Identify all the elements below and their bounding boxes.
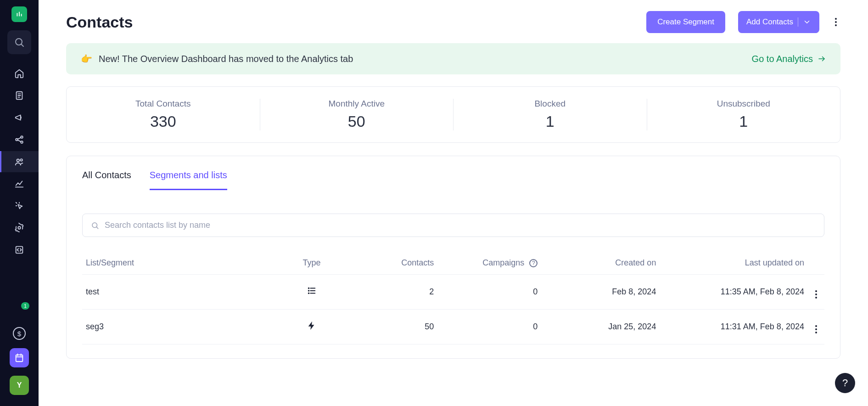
- nav-notes[interactable]: [0, 85, 39, 106]
- stat-label: Monthly Active: [260, 99, 454, 109]
- bolt-icon: [307, 321, 317, 331]
- search-icon: [91, 221, 99, 230]
- button-divider: [798, 17, 798, 27]
- brand-logo: [11, 6, 27, 22]
- svg-point-19: [18, 226, 21, 229]
- avatar-letter: Y: [17, 381, 22, 389]
- nav-analytics[interactable]: [0, 173, 39, 194]
- svg-line-12: [17, 137, 21, 139]
- col-campaigns-label: Campaigns: [482, 258, 524, 267]
- dollar-icon: $: [13, 327, 26, 340]
- cell-type: [274, 275, 348, 310]
- header-actions: Create Segment Add Contacts: [646, 11, 840, 33]
- arrow-right-icon: [818, 55, 826, 63]
- search-box[interactable]: [82, 214, 824, 237]
- sidebar-nav: [0, 62, 39, 261]
- stat-monthly-active: Monthly Active 50: [260, 99, 454, 130]
- gear-icon: [14, 223, 24, 233]
- nav-calendar[interactable]: [10, 348, 29, 367]
- cell-campaigns: 0: [437, 310, 541, 344]
- svg-line-4: [22, 45, 24, 47]
- segments-panel: All Contacts Segments and lists List/Seg…: [66, 156, 840, 359]
- cursor-click-icon: [14, 201, 24, 211]
- nav-home[interactable]: [0, 63, 39, 84]
- banner-text: New! The Overview Dashboard has moved to…: [99, 54, 353, 64]
- search-input[interactable]: [105, 220, 816, 230]
- header-more-menu[interactable]: [831, 17, 840, 27]
- add-contacts-label: Add Contacts: [746, 17, 793, 27]
- people-icon: [14, 157, 24, 167]
- page-header: Contacts Create Segment Add Contacts: [66, 11, 840, 33]
- code-box-icon: [14, 245, 24, 255]
- nav-billing[interactable]: $: [13, 327, 26, 340]
- stat-total-contacts: Total Contacts 330: [67, 99, 260, 130]
- help-icon[interactable]: ?: [529, 259, 538, 267]
- stat-value: 1: [454, 113, 647, 130]
- svg-line-27: [96, 227, 98, 228]
- cell-contacts: 50: [349, 310, 438, 344]
- banner-cta-label: Go to Analytics: [752, 54, 813, 64]
- sidebar-search-button[interactable]: [7, 30, 31, 54]
- calendar-icon: [14, 353, 24, 363]
- row-more-menu[interactable]: [812, 325, 821, 334]
- col-campaigns: Campaigns ?: [437, 252, 541, 275]
- note-icon: [14, 90, 24, 101]
- stat-unsubscribed: Unsubscribed 1: [647, 99, 840, 130]
- col-contacts: Contacts: [349, 252, 438, 275]
- cell-last-updated: 11:31 AM, Feb 8, 2024: [660, 310, 808, 344]
- nav-contacts[interactable]: [0, 151, 39, 172]
- nav-campaigns[interactable]: [0, 107, 39, 128]
- table-row[interactable]: seg3 50 0 Jan 25, 2024 11:31 AM, Feb 8, …: [82, 310, 824, 344]
- account-avatar[interactable]: Y: [10, 376, 29, 395]
- stats-card: Total Contacts 330 Monthly Active 50 Blo…: [66, 86, 840, 143]
- home-icon: [14, 68, 24, 79]
- create-segment-label: Create Segment: [657, 17, 714, 27]
- chart-line-icon: [14, 179, 24, 189]
- tab-segments-lists[interactable]: Segments and lists: [150, 170, 227, 190]
- svg-point-15: [20, 159, 22, 161]
- nav-clicks[interactable]: [0, 195, 39, 216]
- col-list-segment: List/Segment: [82, 252, 274, 275]
- cell-type: [274, 310, 348, 344]
- question-icon: ?: [842, 377, 848, 389]
- tab-all-contacts[interactable]: All Contacts: [82, 170, 131, 190]
- notification-count-badge: 1: [21, 302, 29, 310]
- stat-value: 50: [260, 113, 454, 130]
- nav-settings[interactable]: [0, 217, 39, 238]
- row-more-menu[interactable]: [812, 290, 821, 299]
- svg-line-13: [17, 140, 21, 142]
- stat-label: Total Contacts: [67, 99, 260, 109]
- notification-badge-wrap[interactable]: 1: [0, 305, 39, 319]
- chevron-down-icon: [803, 18, 811, 26]
- help-fab[interactable]: ?: [835, 373, 855, 393]
- share-icon: [14, 135, 24, 145]
- info-banner: 👉 New! The Overview Dashboard has moved …: [66, 43, 840, 74]
- cell-created-on: Jan 25, 2024: [541, 310, 660, 344]
- stat-blocked: Blocked 1: [454, 99, 647, 130]
- pointing-hand-icon: 👉: [81, 53, 92, 64]
- cell-contacts: 2: [349, 275, 438, 310]
- table-row[interactable]: test 2 0 Feb 8, 2024 11:35 AM, Feb 8, 20…: [82, 275, 824, 310]
- cell-campaigns: 0: [437, 275, 541, 310]
- bars-icon: [14, 9, 24, 19]
- nav-embed[interactable]: [0, 239, 39, 260]
- svg-point-14: [17, 159, 20, 162]
- add-contacts-button[interactable]: Add Contacts: [738, 11, 819, 33]
- col-type: Type: [274, 252, 348, 275]
- main-content: Contacts Create Segment Add Contacts: [39, 0, 868, 406]
- col-last-updated-on: Last updated on: [660, 252, 808, 275]
- search-icon: [14, 37, 25, 48]
- stat-label: Unsubscribed: [647, 99, 840, 109]
- table-header-row: List/Segment Type Contacts Campaigns ? C…: [82, 252, 824, 275]
- go-to-analytics-link[interactable]: Go to Analytics: [752, 54, 826, 64]
- sidebar: 1 $ Y: [0, 0, 39, 406]
- col-created-on: Created on: [541, 252, 660, 275]
- create-segment-button[interactable]: Create Segment: [646, 11, 725, 33]
- cell-name: test: [82, 275, 274, 310]
- nav-share[interactable]: [0, 129, 39, 150]
- svg-point-31: [308, 288, 309, 289]
- cell-name: seg3: [82, 310, 274, 344]
- cell-last-updated: 11:35 AM, Feb 8, 2024: [660, 275, 808, 310]
- segments-table: List/Segment Type Contacts Campaigns ? C…: [82, 252, 824, 344]
- svg-point-32: [308, 290, 309, 291]
